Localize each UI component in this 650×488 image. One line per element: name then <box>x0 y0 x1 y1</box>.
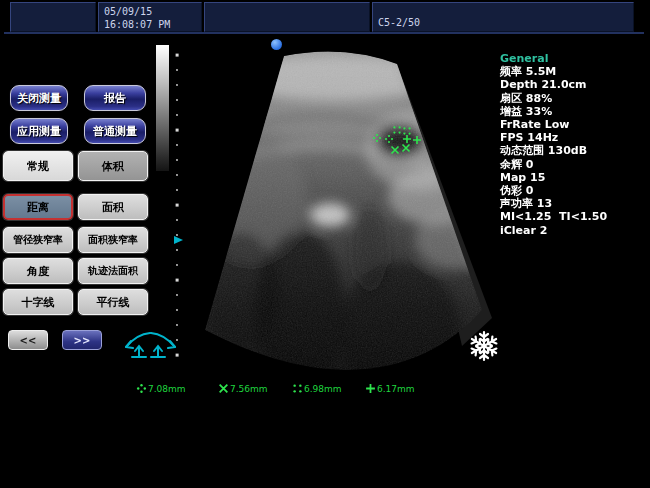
apply-measure-button[interactable]: 应用测量 <box>10 118 68 144</box>
topbar-divider <box>4 32 644 34</box>
plus-marker-icon <box>365 383 376 394</box>
page-next-button[interactable]: >> <box>62 330 102 350</box>
param-map: Map 15 <box>500 171 648 184</box>
ultrasound-fan <box>180 35 510 402</box>
param-persistence: 余辉 0 <box>500 158 648 171</box>
result-distance-4: 6.17mm <box>365 383 415 394</box>
topbar-probe-box: C5-2/50 <box>372 2 634 32</box>
tool-area-stenosis-button[interactable]: 面积狭窄率 <box>78 227 148 253</box>
param-mi-ti: MI<1.25 TI<1.50 <box>500 210 648 223</box>
result-distance-2: 7.56mm <box>218 383 268 394</box>
tab-general[interactable]: 常规 <box>3 151 73 181</box>
param-iclear: iClear 2 <box>500 224 648 237</box>
tool-distance-button[interactable]: 距离 <box>3 194 73 220</box>
depth-ruler <box>176 54 179 357</box>
topbar-datetime-box: 05/09/15 16:08:07 PM <box>98 2 202 32</box>
result-distance-3: 6.98mm <box>292 383 342 394</box>
x-marker-icon <box>218 383 229 394</box>
ultrasound-console-screen: 05/09/15 16:08:07 PM C5-2/50 关闭测量 报告 应用测… <box>0 0 650 488</box>
grayscale-bar <box>156 45 169 171</box>
date-text: 05/09/15 <box>104 5 201 18</box>
freeze-snowflake-icon <box>470 332 498 360</box>
tool-parallel-lines-button[interactable]: 平行线 <box>78 289 148 315</box>
focus-marker-icon[interactable] <box>174 236 183 244</box>
probe-orientation-marker-icon <box>271 39 282 50</box>
param-fps: FPS 14Hz <box>500 131 648 144</box>
result-distance-1: 7.08mm <box>136 383 186 394</box>
param-frequency: 频率 5.5M <box>500 65 648 78</box>
page-prev-button[interactable]: << <box>8 330 48 350</box>
topbar-hospital-box <box>10 2 96 32</box>
dotted-cross-marker-icon <box>136 383 147 394</box>
tool-angle-button[interactable]: 角度 <box>3 258 73 284</box>
tool-crosshair-button[interactable]: 十字线 <box>3 289 73 315</box>
steer-arrows-icon <box>126 333 175 357</box>
image-parameters-panel: General 频率 5.5M Depth 21.0cm 扇区 88% 增益 3… <box>500 52 648 237</box>
param-pseudocolor: 伪彩 0 <box>500 184 648 197</box>
dotted-x-marker-icon <box>292 383 303 394</box>
param-sector: 扇区 88% <box>500 92 648 105</box>
param-dynamic-range: 动态范围 130dB <box>500 144 648 157</box>
tool-trace-area-button[interactable]: 轨迹法面积 <box>78 258 148 284</box>
probe-model-text: C5-2/50 <box>378 16 420 29</box>
param-acoustic-power: 声功率 13 <box>500 197 648 210</box>
general-measure-button[interactable]: 普通测量 <box>84 118 146 144</box>
param-depth: Depth 21.0cm <box>500 78 648 91</box>
close-measure-button[interactable]: 关闭测量 <box>10 85 68 111</box>
param-frrate: FrRate Low <box>500 118 648 131</box>
tab-volume[interactable]: 体积 <box>78 151 148 181</box>
tool-area-button[interactable]: 面积 <box>78 194 148 220</box>
tool-diameter-stenosis-button[interactable]: 管径狭窄率 <box>3 227 73 253</box>
topbar-patient-box <box>204 2 370 32</box>
measurement-results: 7.08mm 7.56mm 6.98mm 6.17mm <box>0 383 650 397</box>
param-gain: 增益 33% <box>500 105 648 118</box>
panel-title: General <box>500 52 648 65</box>
report-button[interactable]: 报告 <box>84 85 146 111</box>
time-text: 16:08:07 PM <box>104 18 201 31</box>
